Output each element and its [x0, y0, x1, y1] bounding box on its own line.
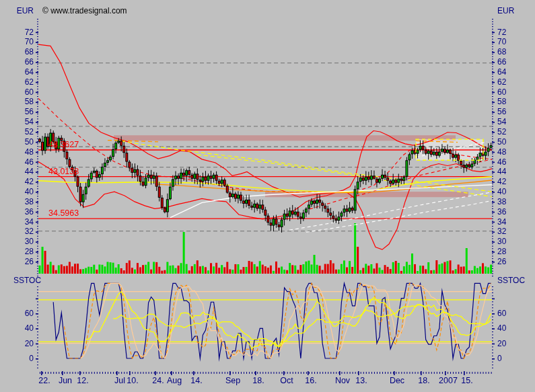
price-tick-label: 44	[1, 167, 34, 176]
price-tick-label: 38	[497, 198, 530, 206]
price-tick-label: 64	[497, 68, 530, 77]
price-tick-label: 58	[497, 97, 530, 106]
level-value-label: 48.3627	[48, 141, 79, 149]
price-tick-label: 40	[1, 188, 34, 196]
date-label: Jul	[114, 377, 125, 385]
price-tick-label: 30	[497, 237, 530, 246]
price-tick-label: 40	[497, 188, 530, 196]
price-tick-label: 68	[1, 48, 34, 56]
date-label: 10.	[127, 377, 138, 385]
sstoc-tick-label: 40	[497, 324, 530, 333]
price-tick-label: 46	[1, 158, 34, 167]
price-tick-label: 46	[497, 158, 530, 167]
price-tick-label: 48	[497, 148, 530, 157]
price-tick-label: 38	[1, 198, 34, 206]
date-label: Aug	[167, 377, 182, 385]
date-label: Nov	[335, 377, 350, 385]
date-label: Dec	[390, 377, 404, 385]
date-label: 15.	[461, 377, 472, 385]
price-tick-label: 52	[497, 128, 530, 136]
sstoc-tick-label: 60	[497, 309, 530, 318]
price-tick-label: 48	[1, 148, 34, 157]
level-value-label: 43.0138	[48, 167, 79, 176]
date-label: 22.	[38, 377, 50, 385]
level-value-label: 34.5963	[48, 209, 79, 218]
sstoc-pane-label-right: SSTOC	[497, 276, 525, 285]
price-tick-label: 28	[497, 247, 530, 256]
sstoc-tick-label: 0	[497, 354, 530, 363]
date-label: 12.	[77, 377, 88, 385]
price-tick-label: 34	[497, 218, 530, 227]
price-tick-label: 30	[1, 237, 34, 246]
price-tick-label: 60	[497, 88, 530, 97]
sstoc-tick-label: 20	[497, 340, 530, 348]
price-tick-label: 70	[497, 38, 530, 46]
price-tick-label: 66	[497, 58, 530, 67]
sstoc-tick-label: 0	[1, 354, 34, 363]
price-tick-label: 44	[497, 167, 530, 176]
date-label: Sep	[225, 377, 240, 385]
copyright-text: © www.tradesignal.com	[42, 7, 127, 15]
price-tick-label: 50	[497, 138, 530, 147]
price-tick-label: 56	[497, 108, 530, 116]
price-tick-label: 26	[1, 258, 34, 266]
price-unit-label-right: EUR	[497, 7, 530, 15]
price-tick-label: 58	[1, 97, 34, 106]
price-tick-label: 36	[1, 208, 34, 217]
sstoc-tick-label: 20	[1, 340, 34, 348]
date-label: Jun	[59, 377, 72, 385]
price-tick-label: 36	[497, 208, 530, 217]
date-label: 13.	[355, 377, 367, 385]
price-tick-label: 52	[1, 128, 34, 136]
sstoc-pane-label-left: SSTOC	[13, 276, 41, 285]
price-tick-label: 60	[1, 88, 34, 97]
price-tick-label: 32	[497, 227, 530, 236]
price-tick-label: 50	[1, 138, 34, 147]
sstoc-tick-label: 40	[1, 324, 34, 333]
date-label: 2007	[439, 377, 458, 385]
price-tick-label: 28	[1, 247, 34, 256]
price-tick-label: 42	[1, 178, 34, 186]
price-tick-label: 54	[497, 118, 530, 126]
price-tick-label: 26	[497, 258, 530, 266]
price-tick-label: 72	[1, 28, 34, 37]
date-label: 18.	[418, 377, 429, 385]
date-label: 16.	[305, 377, 316, 385]
sstoc-tick-label: 60	[1, 309, 34, 318]
tradesignal-chart-window: { "header": { "copyright": "© www.trades…	[0, 0, 535, 392]
price-tick-label: 62	[497, 78, 530, 87]
price-tick-label: 64	[1, 68, 34, 77]
date-label: Oct	[280, 377, 293, 385]
price-tick-label: 72	[497, 28, 530, 37]
date-label: 24.	[152, 377, 164, 385]
price-tick-label: 66	[1, 58, 34, 67]
date-label: 18.	[252, 377, 264, 385]
date-label: 14.	[190, 377, 202, 385]
price-tick-label: 32	[1, 227, 34, 236]
price-tick-label: 34	[1, 218, 34, 227]
price-tick-label: 62	[1, 78, 34, 87]
price-tick-label: 56	[1, 108, 34, 116]
price-chart-canvas[interactable]	[0, 0, 535, 392]
price-tick-label: 54	[1, 118, 34, 126]
price-tick-label: 42	[497, 178, 530, 186]
price-tick-label: 70	[1, 38, 34, 46]
price-unit-label-left: EUR	[1, 7, 34, 15]
price-tick-label: 68	[497, 48, 530, 56]
